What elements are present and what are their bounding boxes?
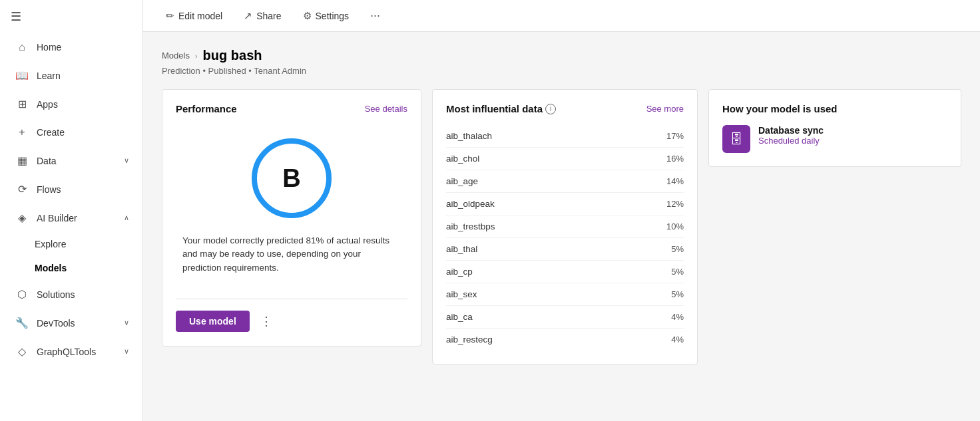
influential-card-header: Most influential data i See more [446,103,684,114]
data-row-pct: 16% [666,154,684,164]
use-model-button[interactable]: Use model [176,311,250,332]
content-area: Models › bug bash Prediction • Published… [143,32,980,421]
usage-card-header: How your model is used [722,103,947,114]
usage-card: How your model is used 🗄 Database sync S… [708,89,961,167]
see-details-link[interactable]: See details [365,104,407,114]
edit-model-button[interactable]: ✏ Edit model [162,7,226,25]
sidebar-item-label: DevTools [37,318,75,329]
graphql-icon: ◇ [15,345,29,358]
settings-button[interactable]: ⚙ Settings [299,7,354,25]
data-row-name: aib_trestbps [446,221,495,231]
learn-icon: 📖 [15,69,29,82]
data-row-name: aib_age [446,176,478,186]
sidebar-item-label: Home [37,42,61,53]
influential-data-card: Most influential data i See more aib_tha… [432,89,698,364]
sidebar-sub-label: Models [35,263,67,273]
data-row: aib_restecg 4% [446,329,684,351]
data-icon: ▦ [15,154,29,167]
sidebar-item-label: Data [37,156,57,166]
sidebar-item-create[interactable]: + Create [0,118,142,146]
usage-item-sub: Scheduled daily [758,136,824,146]
data-row: aib_sex 5% [446,283,684,306]
toolbar: ✏ Edit model ↗ Share ⚙ Settings ··· [143,0,980,32]
performance-card-header: Performance See details [176,103,407,114]
sidebar-item-graphqltools[interactable]: ◇ GraphQLTools ∨ [0,337,142,366]
data-row: aib_thal 5% [446,238,684,261]
sidebar-item-apps[interactable]: ⊞ Apps [0,90,142,118]
sidebar: ☰ ⌂ Home 📖 Learn ⊞ Apps + Create ▦ Data … [0,0,143,421]
data-row-pct: 12% [666,199,684,209]
data-row: aib_cp 5% [446,261,684,283]
sidebar-top: ☰ [0,0,142,33]
data-row-name: aib_thal [446,244,477,254]
chevron-down-icon: ∨ [124,156,129,165]
info-icon[interactable]: i [545,104,556,114]
performance-card-footer: Use model ⋮ [176,299,407,333]
share-button[interactable]: ↗ Share [240,7,285,25]
sidebar-item-label: Flows [37,184,61,195]
edit-model-label: Edit model [178,11,222,21]
see-more-link[interactable]: See more [646,104,684,114]
edit-icon: ✏ [166,10,174,22]
sidebar-item-flows[interactable]: ⟳ Flows [0,175,142,204]
grade-letter: B [282,164,300,193]
sidebar-item-ai-builder[interactable]: ◈ AI Builder ∧ [0,204,142,232]
sidebar-item-label: Learn [37,70,61,81]
database-icon: 🗄 [730,132,743,147]
performance-visual: B Your model correctly predicted 81% of … [176,125,407,288]
data-row-pct: 5% [671,267,684,277]
breadcrumb-separator: › [195,52,198,60]
performance-description: Your model correctly predicted 81% of ac… [176,234,407,275]
ai-builder-icon: ◈ [15,211,29,224]
solutions-icon: ⬡ [15,288,29,301]
more-actions-button[interactable]: ⋮ [255,310,278,333]
sidebar-item-label: Solutions [37,289,75,300]
sidebar-item-label: AI Builder [37,213,77,223]
share-label: Share [256,11,281,21]
settings-label: Settings [316,11,350,21]
data-row: aib_trestbps 10% [446,215,684,238]
page-title: bug bash [203,48,262,63]
usage-title: How your model is used [722,103,838,114]
data-row-name: aib_thalach [446,131,492,141]
usage-icon-wrap: 🗄 [722,125,750,153]
sidebar-item-solutions[interactable]: ⬡ Solutions [0,280,142,309]
data-row-name: aib_chol [446,154,479,164]
sidebar-item-devtools[interactable]: 🔧 DevTools ∨ [0,309,142,337]
influential-title-row: Most influential data i [446,103,556,114]
page-meta: Prediction • Published • Tenant Admin [162,66,961,76]
main-area: ✏ Edit model ↗ Share ⚙ Settings ··· Mode… [143,0,980,421]
data-row-name: aib_cp [446,267,473,277]
influential-data-list: aib_thalach 17% aib_chol 16% aib_age 14%… [446,125,684,351]
sidebar-item-home[interactable]: ⌂ Home [0,33,142,61]
data-row: aib_age 14% [446,170,684,193]
data-row-name: aib_restecg [446,335,493,345]
cards-row: Performance See details B Your model cor… [162,89,961,364]
influential-title: Most influential data [446,103,543,114]
flows-icon: ⟳ [15,183,29,196]
sidebar-item-label: GraphQLTools [37,347,96,357]
chevron-down-icon: ∨ [124,319,129,327]
data-row-name: aib_sex [446,289,477,299]
sidebar-sub-label: Explore [35,239,66,249]
data-row-pct: 4% [671,335,684,345]
performance-card: Performance See details B Your model cor… [162,89,421,347]
sidebar-item-models[interactable]: Models [0,256,142,280]
more-options-button[interactable]: ··· [366,6,384,25]
usage-item-name: Database sync [758,125,824,136]
data-row-name: aib_ca [446,312,473,322]
chevron-down-icon: ∨ [124,347,129,356]
breadcrumb-models-link[interactable]: Models [162,51,190,61]
data-row: aib_chol 16% [446,148,684,170]
data-row-pct: 17% [666,131,684,141]
data-row-pct: 5% [671,244,684,254]
data-row-pct: 10% [666,221,684,231]
hamburger-menu[interactable]: ☰ [11,9,21,24]
data-row-pct: 4% [671,312,684,322]
sidebar-item-explore[interactable]: Explore [0,232,142,256]
sidebar-item-learn[interactable]: 📖 Learn [0,61,142,90]
data-row: aib_oldpeak 12% [446,193,684,215]
usage-item: 🗄 Database sync Scheduled daily [722,125,947,153]
breadcrumb: Models › bug bash [162,48,961,63]
sidebar-item-data[interactable]: ▦ Data ∨ [0,146,142,175]
